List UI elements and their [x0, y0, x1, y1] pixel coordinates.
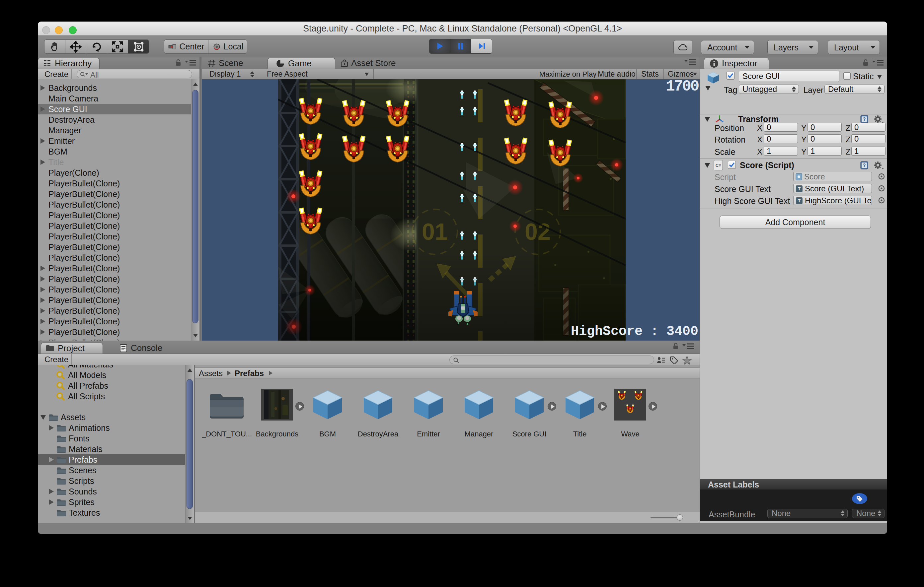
- svg-text:T: T: [798, 198, 801, 203]
- svg-text:T: T: [798, 186, 801, 191]
- svg-text:C#: C#: [716, 163, 721, 168]
- svg-text:?: ?: [863, 117, 866, 122]
- svg-text:?: ?: [863, 163, 866, 168]
- svg-text:01: 01: [422, 219, 448, 245]
